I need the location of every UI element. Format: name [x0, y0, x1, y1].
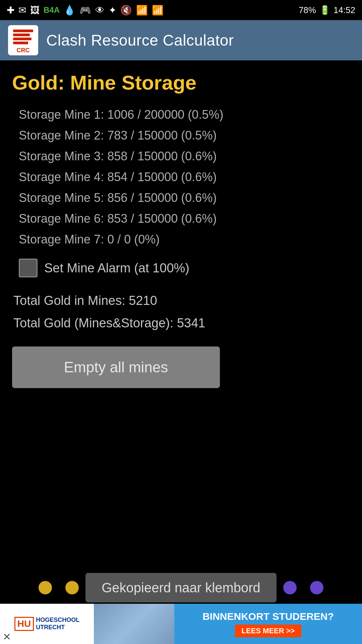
logo-crc-text: CRC — [17, 47, 30, 54]
ad-hu-logo: HU — [14, 617, 34, 631]
drop-icon: 💧 — [64, 5, 75, 16]
list-item: Storage Mine 2: 783 / 150000 (0.5%) — [12, 128, 350, 143]
logo-line-2 — [13, 34, 30, 36]
add-icon: ✚ — [7, 5, 14, 16]
wifi-icon: 📶 — [136, 5, 148, 16]
nav-dot-2[interactable] — [65, 581, 79, 594]
battery-percent: 78% — [299, 5, 316, 15]
total-gold-storage: Total Gold (Mines&Storage): 5341 — [12, 316, 350, 330]
email-icon: ✉ — [18, 5, 26, 16]
mine-alarm-checkbox[interactable] — [19, 259, 38, 277]
ad-image-section — [94, 604, 174, 644]
nav-dot-1[interactable] — [39, 581, 52, 594]
logo-line-4 — [13, 42, 28, 44]
alarm-checkbox-row: Set Mine Alarm (at 100%) — [12, 259, 350, 277]
ad-utrecht-text: UTRECHT — [36, 624, 79, 631]
ad-close-button[interactable]: ✕ — [3, 631, 11, 643]
list-item: Storage Mine 1: 1006 / 200000 (0.5%) — [12, 108, 350, 122]
signal-icon: 📶 — [152, 5, 164, 16]
app-header-title: Clash Resource Calculator — [46, 31, 234, 49]
ad-hogeschool-text: HOGESCHOOL — [36, 616, 79, 624]
list-item: Storage Mine 4: 854 / 150000 (0.6%) — [12, 170, 350, 184]
nav-dot-4[interactable] — [310, 581, 323, 594]
notification-bar: Gekopieerd naar klembord — [0, 572, 362, 604]
status-bar: ✚ ✉ 🖼 B4A 💧 🎮 👁 ✦ 🔇 📶 📶 78% 🔋 14:52 — [0, 0, 362, 20]
totals-section: Total Gold in Mines: 5210 Total Gold (Mi… — [12, 293, 350, 330]
ad-text-section: BINNENKORT STUDEREN? LEES MEER >> — [174, 604, 362, 644]
app-header: CRC Clash Resource Calculator — [0, 20, 362, 60]
ad-logo: HU HOGESCHOOL UTRECHT — [14, 616, 79, 631]
ad-banner: ✕ HU HOGESCHOOL UTRECHT BINNENKORT STUDE… — [0, 604, 362, 644]
logo-line-1 — [13, 30, 33, 32]
bottom-area — [0, 415, 362, 549]
main-content: Gold: Mine Storage Storage Mine 1: 1006 … — [0, 60, 362, 415]
logo-lines-decoration — [10, 27, 36, 47]
status-bar-left: ✚ ✉ 🖼 B4A 💧 🎮 👁 ✦ 🔇 📶 📶 — [7, 5, 164, 16]
ad-cta-button[interactable]: LEES MEER >> — [235, 625, 302, 637]
total-gold-mines: Total Gold in Mines: 5210 — [12, 293, 350, 308]
b4a-badge: B4A — [44, 5, 60, 15]
page-title: Gold: Mine Storage — [12, 71, 350, 94]
status-bar-right: 78% 🔋 14:52 — [299, 5, 355, 15]
list-item: Storage Mine 3: 858 / 150000 (0.6%) — [12, 149, 350, 163]
mine-alarm-label: Set Mine Alarm (at 100%) — [44, 261, 189, 275]
empty-all-mines-button[interactable]: Empty all mines — [12, 346, 220, 388]
list-item: Storage Mine 7: 0 / 0 (0%) — [12, 232, 350, 247]
ad-logo-section: HU HOGESCHOOL UTRECHT — [0, 604, 94, 644]
notification-toast: Gekopieerd naar klembord — [85, 573, 277, 602]
ad-image-placeholder — [94, 604, 174, 644]
image-icon: 🖼 — [30, 5, 40, 16]
logo-line-3 — [13, 38, 32, 40]
ad-school-name: HOGESCHOOL UTRECHT — [36, 616, 79, 631]
time-display: 14:52 — [334, 5, 355, 15]
notification-toast-text: Gekopieerd naar klembord — [102, 580, 260, 595]
nav-dot-3[interactable] — [283, 581, 297, 594]
mute-icon: 🔇 — [120, 5, 132, 16]
ad-main-text: BINNENKORT STUDEREN? — [202, 610, 334, 623]
bluetooth-icon: ✦ — [109, 5, 116, 16]
battery-icon: 🔋 — [319, 5, 330, 15]
list-item: Storage Mine 5: 856 / 150000 (0.6%) — [12, 191, 350, 205]
game-icon: 🎮 — [79, 5, 91, 16]
eye-icon: 👁 — [95, 5, 105, 16]
list-item: Storage Mine 6: 853 / 150000 (0.6%) — [12, 212, 350, 226]
mine-list: Storage Mine 1: 1006 / 200000 (0.5%) Sto… — [12, 108, 350, 247]
app-logo: CRC — [8, 25, 38, 55]
